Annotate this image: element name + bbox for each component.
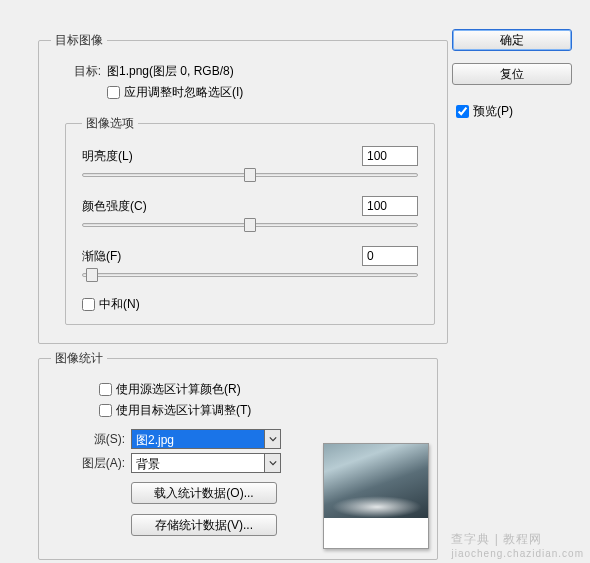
target-legend: 目标图像 bbox=[51, 32, 107, 49]
preview-input[interactable] bbox=[456, 105, 469, 118]
image-options-group: 图像选项 明亮度(L) 颜色强度(C) bbox=[65, 115, 435, 325]
source-combo[interactable]: 图2.jpg bbox=[131, 429, 281, 449]
stats-legend: 图像统计 bbox=[51, 350, 107, 367]
luminance-control: 明亮度(L) bbox=[82, 146, 418, 182]
use-source-selection-checkbox[interactable]: 使用源选区计算颜色(R) bbox=[99, 381, 241, 398]
image-statistics-group: 图像统计 使用源选区计算颜色(R) 使用目标选区计算调整(T) 源(S): 图2… bbox=[38, 350, 438, 560]
fade-label: 渐隐(F) bbox=[82, 248, 222, 265]
save-stats-button[interactable]: 存储统计数据(V)... bbox=[131, 514, 277, 536]
use-target-selection-checkbox[interactable]: 使用目标选区计算调整(T) bbox=[99, 402, 251, 419]
source-label: 源(S): bbox=[51, 431, 131, 448]
chevron-down-icon[interactable] bbox=[264, 454, 280, 472]
source-preview-thumbnail bbox=[323, 443, 429, 549]
dialog-side-buttons: 确定 复位 预览(P) bbox=[452, 26, 582, 121]
fade-thumb[interactable] bbox=[86, 268, 98, 282]
neutralize-checkbox[interactable]: 中和(N) bbox=[82, 296, 140, 313]
ignore-selection-checkbox[interactable]: 应用调整时忽略选区(I) bbox=[107, 84, 243, 101]
fade-slider[interactable] bbox=[82, 268, 418, 282]
target-label: 目标: bbox=[67, 63, 107, 80]
fade-control: 渐隐(F) bbox=[82, 246, 418, 282]
luminance-label: 明亮度(L) bbox=[82, 148, 222, 165]
neutralize-input[interactable] bbox=[82, 298, 95, 311]
preview-checkbox[interactable]: 预览(P) bbox=[452, 102, 582, 121]
color-intensity-input[interactable] bbox=[362, 196, 418, 216]
ok-button[interactable]: 确定 bbox=[452, 29, 572, 51]
source-value: 图2.jpg bbox=[132, 430, 264, 448]
target-image-group: 目标图像 目标: 图1.png(图层 0, RGB/8) 应用调整时忽略选区(I… bbox=[38, 32, 448, 344]
color-intensity-thumb[interactable] bbox=[244, 218, 256, 232]
color-intensity-label: 颜色强度(C) bbox=[82, 198, 222, 215]
layer-label: 图层(A): bbox=[51, 455, 131, 472]
ignore-selection-input[interactable] bbox=[107, 86, 120, 99]
target-value: 图1.png(图层 0, RGB/8) bbox=[107, 63, 234, 80]
luminance-input[interactable] bbox=[362, 146, 418, 166]
load-stats-button[interactable]: 载入统计数据(O)... bbox=[131, 482, 277, 504]
layer-value: 背景 bbox=[132, 454, 264, 472]
luminance-slider[interactable] bbox=[82, 168, 418, 182]
reset-button[interactable]: 复位 bbox=[452, 63, 572, 85]
color-intensity-control: 颜色强度(C) bbox=[82, 196, 418, 232]
fade-input[interactable] bbox=[362, 246, 418, 266]
luminance-thumb[interactable] bbox=[244, 168, 256, 182]
color-intensity-slider[interactable] bbox=[82, 218, 418, 232]
chevron-down-icon[interactable] bbox=[264, 430, 280, 448]
options-legend: 图像选项 bbox=[82, 115, 138, 132]
layer-combo[interactable]: 背景 bbox=[131, 453, 281, 473]
